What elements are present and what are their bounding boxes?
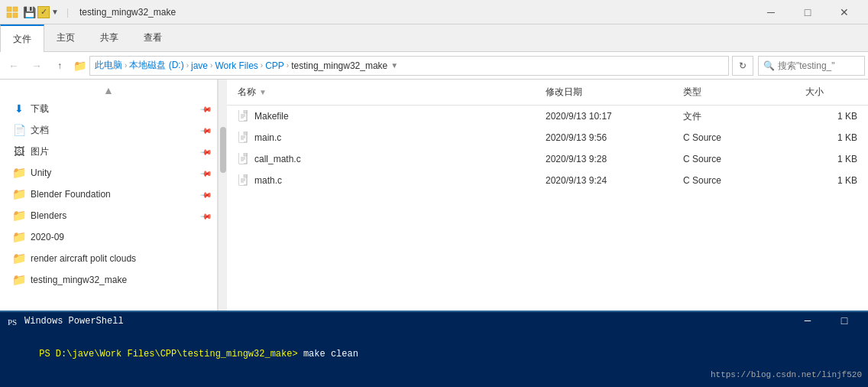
file-modified: 2020/9/13 9:28 [541, 154, 679, 164]
file-type: C Source [679, 132, 801, 143]
scroll-thumb[interactable] [220, 127, 226, 173]
file-size: 1 KB [801, 154, 862, 164]
maximize-button[interactable]: □ [790, 0, 825, 24]
sidebar-item-testing[interactable]: 📁 testing_mingw32_make [0, 269, 217, 291]
breadcrumb-bar[interactable]: 此电脑 › 本地磁盘 (D:) › jave › Work Files › CP… [89, 56, 729, 76]
location-folder-icon: 📁 [73, 60, 86, 72]
file-modified: 2020/9/13 10:17 [541, 111, 679, 122]
sidebar: ▲ ⬇ 下载 📌 📄 文档 📌 🖼 图片 📌 📁 Unity 📌 📁 Bl [0, 80, 218, 311]
file-size: 1 KB [801, 175, 862, 186]
file-name: call_math.c [233, 153, 541, 165]
window-icon [6, 6, 18, 18]
breadcrumb-dropdown[interactable]: ▼ [390, 61, 398, 70]
pin-icon-docs: 📌 [200, 124, 212, 136]
forward-button[interactable]: → [26, 55, 47, 76]
col-header-type[interactable]: 类型 [679, 83, 801, 102]
breadcrumb-current: testing_mingw32_make [291, 60, 387, 71]
sidebar-scrollbar[interactable] [218, 80, 227, 311]
pin-icon-blenderfound: 📌 [200, 188, 212, 200]
terminal-window: PS Windows PowerShell ─ □ PS D:\jave\Wor… [0, 311, 868, 387]
file-icon [238, 153, 250, 165]
breadcrumb-drive[interactable]: 本地磁盘 (D:) [129, 59, 183, 72]
terminal-titlebar: PS Windows PowerShell ─ □ [0, 311, 868, 330]
terminal-controls: ─ □ [790, 311, 862, 331]
sidebar-item-unity[interactable]: 📁 Unity 📌 [0, 162, 217, 184]
terminal-title: Windows PowerShell [24, 316, 784, 327]
powershell-icon: PS [6, 315, 18, 327]
col-header-size[interactable]: 大小 [801, 83, 862, 102]
breadcrumb-cpp[interactable]: CPP [265, 60, 284, 71]
file-row[interactable]: main.c 2020/9/13 9:56 C Source 1 KB [227, 127, 868, 148]
file-name: main.c [233, 132, 541, 144]
breadcrumb-jave[interactable]: jave [191, 60, 208, 71]
docs-icon: 📄 [12, 123, 26, 137]
file-name: math.c [233, 174, 541, 187]
file-row[interactable]: math.c 2020/9/13 9:24 C Source 1 KB [227, 170, 868, 191]
title-bar: 💾 ✓ ▼ | testing_mingw32_make ─ □ ✕ [0, 0, 868, 24]
tab-share[interactable]: 共享 [88, 24, 131, 51]
sidebar-item-blenders[interactable]: 📁 Blenders 📌 [0, 205, 217, 226]
file-modified: 2020/9/13 9:24 [541, 175, 679, 186]
scroll-up-indicator[interactable]: ▲ [0, 83, 217, 98]
dropdown-icon[interactable]: ▼ [51, 8, 59, 16]
sort-arrow: ▼ [259, 88, 267, 96]
sidebar-item-docs[interactable]: 📄 文档 📌 [0, 119, 217, 141]
up-button[interactable]: ↑ [49, 55, 70, 76]
svg-rect-20 [239, 174, 244, 185]
folder-2020-icon: 📁 [12, 230, 26, 244]
svg-rect-3 [13, 13, 18, 18]
file-type: C Source [679, 175, 801, 186]
col-header-modified[interactable]: 修改日期 [541, 83, 679, 102]
folder-unity-icon: 📁 [12, 166, 26, 180]
pin-icon-blenders: 📌 [200, 210, 212, 222]
undo-icon[interactable]: ✓ [37, 6, 50, 18]
sidebar-item-images[interactable]: 🖼 图片 📌 [0, 141, 217, 162]
file-row[interactable]: call_math.c 2020/9/13 9:28 C Source 1 KB [227, 148, 868, 170]
terminal-body[interactable]: PS D:\jave\Work Files\CPP\testing_mingw3… [0, 330, 868, 387]
refresh-button[interactable]: ↻ [732, 56, 753, 76]
search-icon: 🔍 [763, 60, 775, 71]
pin-icon-images: 📌 [200, 145, 212, 158]
terminal-maximize[interactable]: □ [827, 311, 862, 331]
window-title: testing_mingw32_make [76, 7, 749, 18]
back-button[interactable]: ← [3, 55, 24, 76]
svg-rect-5 [239, 110, 244, 121]
sidebar-item-render[interactable]: 📁 render aircraft polit clouds [0, 248, 217, 269]
minimize-button[interactable]: ─ [753, 0, 789, 24]
images-icon: 🖼 [12, 145, 26, 158]
sidebar-item-blender-foundation[interactable]: 📁 Blender Foundation 📌 [0, 184, 217, 205]
file-rows: Makefile 2020/9/13 10:17 文件 1 KB main.c … [227, 106, 868, 191]
terminal-minimize[interactable]: ─ [790, 311, 825, 331]
file-size: 1 KB [801, 111, 862, 122]
folder-render-icon: 📁 [12, 252, 26, 265]
folder-blenderfound-icon: 📁 [12, 187, 26, 201]
tab-file[interactable]: 文件 [0, 24, 44, 52]
tab-view[interactable]: 查看 [131, 24, 175, 51]
svg-rect-2 [7, 13, 11, 18]
breadcrumb-workfiles[interactable]: Work Files [215, 60, 257, 71]
file-type: C Source [679, 154, 801, 164]
breadcrumb-pc[interactable]: 此电脑 [95, 59, 122, 72]
sidebar-item-download[interactable]: ⬇ 下载 📌 [0, 98, 217, 119]
file-size: 1 KB [801, 132, 862, 143]
save-icon[interactable]: 💾 [23, 6, 36, 18]
main-area: ▲ ⬇ 下载 📌 📄 文档 📌 🖼 图片 📌 📁 Unity 📌 📁 Bl [0, 80, 868, 311]
address-bar: ← → ↑ 📁 此电脑 › 本地磁盘 (D:) › jave › Work Fi… [0, 52, 868, 80]
folder-blenders-icon: 📁 [12, 209, 26, 223]
sidebar-item-2020[interactable]: 📁 2020-09 [0, 226, 217, 248]
file-list-header: 名称 ▼ 修改日期 类型 大小 [227, 80, 868, 106]
file-icon [238, 132, 250, 144]
svg-text:PS: PS [8, 317, 17, 327]
search-input[interactable] [778, 60, 860, 71]
file-icon [238, 174, 250, 187]
file-row[interactable]: Makefile 2020/9/13 10:17 文件 1 KB [227, 106, 868, 127]
svg-rect-1 [13, 7, 18, 11]
close-button[interactable]: ✕ [827, 0, 862, 24]
file-name: Makefile [233, 110, 541, 122]
col-header-name[interactable]: 名称 ▼ [233, 83, 541, 102]
tab-home[interactable]: 主页 [44, 24, 88, 51]
blog-url: https://blog.csdn.net/linjf520 [711, 369, 862, 382]
folder-testing-icon: 📁 [12, 273, 26, 287]
search-box[interactable]: 🔍 [758, 56, 865, 76]
file-type: 文件 [679, 110, 801, 123]
